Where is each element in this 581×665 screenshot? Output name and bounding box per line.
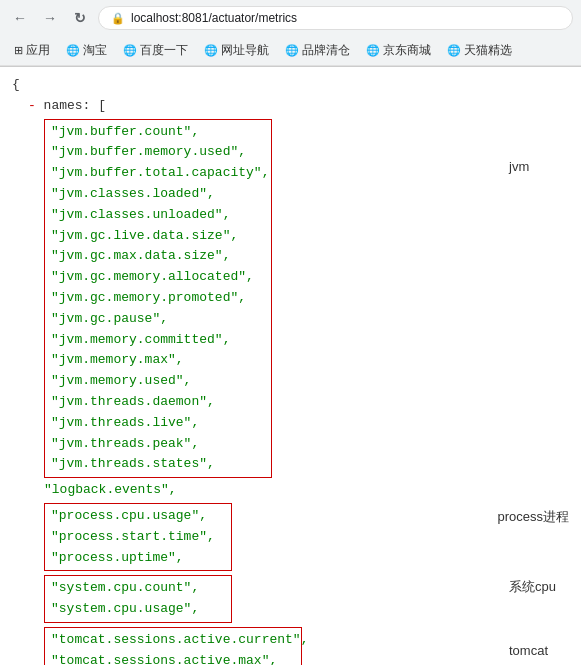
process-box-wrapper: "process.cpu.usage", "process.start.time… [12,501,232,573]
bookmark-jd-label: 京东商城 [383,42,431,59]
jvm-item-9: "jvm.gc.pause", [51,309,265,330]
bookmarks-bar: ⊞ 应用 🌐 淘宝 🌐 百度一下 🌐 网址导航 🌐 品牌清仓 🌐 京东商城 🌐 … [0,36,581,66]
url-text: localhost:8081/actuator/metrics [131,11,297,25]
dash: - [28,98,44,113]
process-outlined-box: "process.cpu.usage", "process.start.time… [44,503,232,571]
refresh-button[interactable]: ↻ [68,6,92,30]
jvm-item-3: "jvm.classes.loaded", [51,184,265,205]
tmall-icon: 🌐 [447,44,461,57]
jvm-item-6: "jvm.gc.max.data.size", [51,246,265,267]
system-item-0: "system.cpu.count", [51,578,225,599]
bookmark-apps-label: 应用 [26,42,50,59]
brand-icon: 🌐 [285,44,299,57]
bookmark-nav[interactable]: 🌐 网址导航 [198,40,275,61]
jvm-label: jvm [489,117,569,178]
jvm-item-5: "jvm.gc.live.data.size", [51,226,265,247]
bookmark-baidu[interactable]: 🌐 百度一下 [117,40,194,61]
jvm-item-11: "jvm.memory.max", [51,350,265,371]
system-outlined-box: "system.cpu.count", "system.cpu.usage", [44,575,232,623]
process-section: "process.cpu.usage", "process.start.time… [12,501,569,573]
bookmark-nav-label: 网址导航 [221,42,269,59]
tomcat-content: "tomcat.sessions.active.current", "tomca… [12,625,489,665]
bookmark-brand-label: 品牌清仓 [302,42,350,59]
process-item-2: "process.uptime", [51,548,225,569]
bookmark-taobao-label: 淘宝 [83,42,107,59]
tomcat-item-1: "tomcat.sessions.active.max", [51,651,295,665]
jvm-content: "jvm.buffer.count", "jvm.buffer.memory.u… [12,117,489,481]
names-key-line: - names: [ [12,96,569,117]
taobao-icon: 🌐 [66,44,80,57]
process-item-1: "process.start.time", [51,527,225,548]
json-root: { - names: [ "jvm.buffer.count", "jvm.bu… [12,75,569,665]
jvm-item-8: "jvm.gc.memory.promoted", [51,288,265,309]
jd-icon: 🌐 [366,44,380,57]
nav-icon: 🌐 [204,44,218,57]
process-content: "process.cpu.usage", "process.start.time… [12,501,477,573]
jvm-item-16: "jvm.threads.states", [51,454,265,475]
jvm-box-wrapper: "jvm.buffer.count", "jvm.buffer.memory.u… [12,117,272,481]
jvm-item-10: "jvm.memory.committed", [51,330,265,351]
system-box-wrapper: "system.cpu.count", "system.cpu.usage", [12,573,232,625]
process-item-0: "process.cpu.usage", [51,506,225,527]
jvm-item-12: "jvm.memory.used", [51,371,265,392]
system-content: "system.cpu.count", "system.cpu.usage", [12,573,489,625]
bookmark-taobao[interactable]: 🌐 淘宝 [60,40,113,61]
process-label: process进程 [477,501,569,528]
jvm-item-2: "jvm.buffer.total.capacity", [51,163,265,184]
apps-icon: ⊞ [14,44,23,57]
tomcat-box-wrapper: "tomcat.sessions.active.current", "tomca… [12,625,302,665]
jvm-item-0: "jvm.buffer.count", [51,122,265,143]
bookmark-baidu-label: 百度一下 [140,42,188,59]
address-bar[interactable]: 🔒 localhost:8081/actuator/metrics [98,6,573,30]
back-button[interactable]: ← [8,6,32,30]
forward-button[interactable]: → [38,6,62,30]
jvm-item-4: "jvm.classes.unloaded", [51,205,265,226]
bookmark-tmall[interactable]: 🌐 天猫精选 [441,40,518,61]
names-label: names: [ [44,98,106,113]
open-brace: { [12,75,569,96]
baidu-icon: 🌐 [123,44,137,57]
logback-line: "logback.events", [12,480,569,501]
system-item-1: "system.cpu.usage", [51,599,225,620]
bookmark-tmall-label: 天猫精选 [464,42,512,59]
lock-icon: 🔒 [111,12,125,25]
jvm-item-14: "jvm.threads.live", [51,413,265,434]
bookmark-brand[interactable]: 🌐 品牌清仓 [279,40,356,61]
jvm-item-1: "jvm.buffer.memory.used", [51,142,265,163]
bookmark-jd[interactable]: 🌐 京东商城 [360,40,437,61]
jvm-outlined-box: "jvm.buffer.count", "jvm.buffer.memory.u… [44,119,272,479]
system-section: "system.cpu.count", "system.cpu.usage", … [12,573,569,625]
browser-chrome: ← → ↻ 🔒 localhost:8081/actuator/metrics … [0,0,581,67]
jvm-item-7: "jvm.gc.memory.allocated", [51,267,265,288]
nav-bar: ← → ↻ 🔒 localhost:8081/actuator/metrics [0,0,581,36]
tomcat-item-0: "tomcat.sessions.active.current", [51,630,295,651]
tomcat-outlined-box: "tomcat.sessions.active.current", "tomca… [44,627,302,665]
bookmark-apps[interactable]: ⊞ 应用 [8,40,56,61]
main-content: { - names: [ "jvm.buffer.count", "jvm.bu… [0,67,581,665]
tomcat-section: "tomcat.sessions.active.current", "tomca… [12,625,569,665]
jvm-item-13: "jvm.threads.daemon", [51,392,265,413]
tomcat-label: tomcat [489,625,569,662]
jvm-item-15: "jvm.threads.peak", [51,434,265,455]
system-label: 系统cpu [489,573,569,598]
jvm-section: "jvm.buffer.count", "jvm.buffer.memory.u… [12,117,569,481]
